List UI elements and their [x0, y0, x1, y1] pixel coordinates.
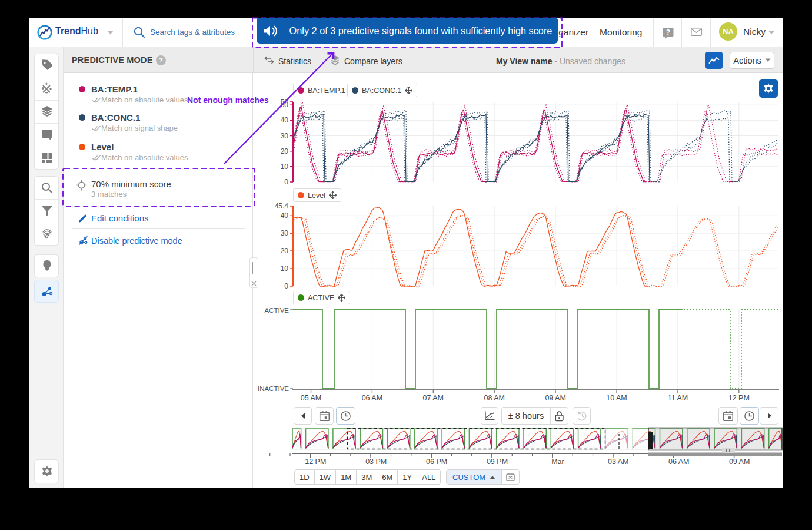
svg-text:50: 50 — [281, 101, 289, 109]
svg-text:03 PM: 03 PM — [365, 458, 387, 466]
svg-text:45.4: 45.4 — [275, 202, 289, 210]
svg-text:10 AM: 10 AM — [606, 394, 627, 402]
svg-text:11 AM: 11 AM — [668, 394, 688, 402]
svg-text:06 AM: 06 AM — [668, 458, 689, 466]
svg-text:10: 10 — [281, 163, 289, 171]
svg-text:Mar: Mar — [551, 458, 564, 466]
svg-text:ACTIVE: ACTIVE — [264, 307, 289, 314]
svg-text:INACTIVE: INACTIVE — [258, 385, 289, 392]
svg-text:08 AM: 08 AM — [484, 394, 504, 402]
svg-text:09 PM: 09 PM — [487, 458, 508, 466]
svg-text:20: 20 — [281, 247, 289, 255]
svg-text:03 AM: 03 AM — [608, 458, 628, 466]
svg-text:30: 30 — [281, 132, 289, 140]
svg-text:40: 40 — [281, 116, 289, 124]
svg-text:06 AM: 06 AM — [362, 394, 382, 402]
svg-text:40: 40 — [281, 211, 289, 220]
svg-text:20: 20 — [281, 147, 289, 155]
svg-text:05 AM: 05 AM — [301, 394, 321, 402]
svg-text:12 PM: 12 PM — [728, 394, 750, 402]
svg-text:0: 0 — [284, 282, 288, 290]
svg-text:06 PM: 06 PM — [426, 458, 447, 466]
svg-text:09 AM: 09 AM — [545, 394, 565, 402]
svg-text:09 AM: 09 AM — [729, 458, 750, 466]
svg-text:07 AM: 07 AM — [423, 394, 444, 402]
svg-text:30: 30 — [281, 229, 289, 237]
svg-text:0: 0 — [284, 178, 288, 186]
svg-text:?: ? — [666, 28, 670, 37]
svg-text:12 PM: 12 PM — [305, 458, 326, 466]
svg-text:10: 10 — [281, 264, 289, 273]
